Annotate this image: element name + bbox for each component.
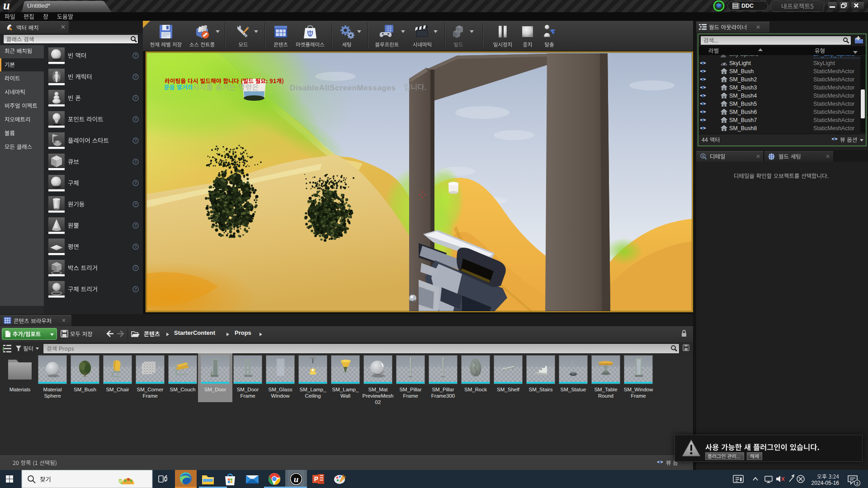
svg-text:3: 3 — [856, 481, 858, 486]
svg-text:u: u — [294, 474, 299, 484]
svg-text:P: P — [314, 475, 318, 483]
